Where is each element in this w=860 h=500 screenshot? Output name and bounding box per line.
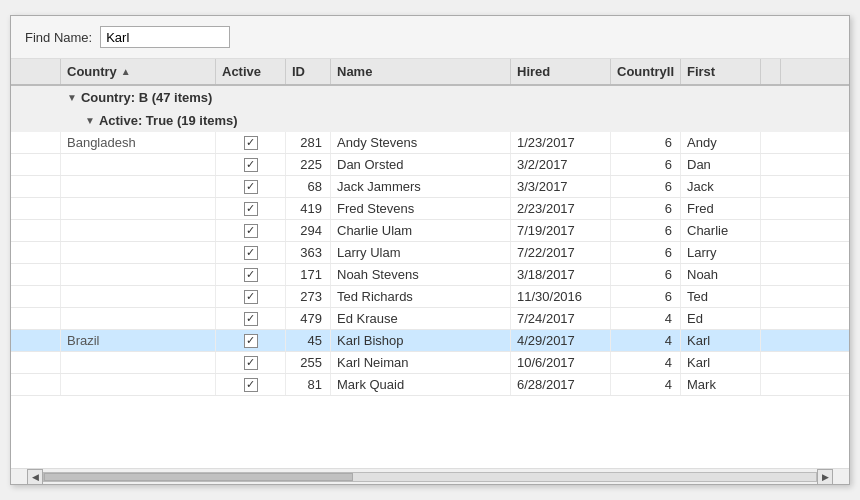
cell-hired: 7/24/2017 xyxy=(511,308,611,329)
cell-name[interactable]: Karl Neiman xyxy=(331,352,511,373)
scroll-track-horizontal[interactable] xyxy=(43,472,817,482)
checkbox-active[interactable] xyxy=(244,334,258,348)
cell-first: Mark xyxy=(681,374,761,395)
grid-body[interactable]: ▼ Country: B (47 items) ▼ Active: True (… xyxy=(11,86,849,468)
cell-active[interactable] xyxy=(216,330,286,351)
checkbox-active[interactable] xyxy=(244,246,258,260)
cell-first: Karl xyxy=(681,330,761,351)
cell-countryid: 4 xyxy=(611,352,681,373)
col-header-countryid[interactable]: CountryII xyxy=(611,59,681,84)
checkbox-active[interactable] xyxy=(244,356,258,370)
cell-countryid: 4 xyxy=(611,330,681,351)
table-row[interactable]: 171 Noah Stevens 3/18/2017 6 Noah xyxy=(11,264,849,286)
cell-first: Dan xyxy=(681,154,761,175)
table-row[interactable]: 225 Dan Orsted 3/2/2017 6 Dan xyxy=(11,154,849,176)
checkbox-active[interactable] xyxy=(244,136,258,150)
cell-expand xyxy=(11,308,61,329)
table-row[interactable]: Brazil 45 Karl Bishop 4/29/2017 4 Karl xyxy=(11,330,849,352)
cell-country: Bangladesh xyxy=(61,132,216,153)
scroll-left-button[interactable]: ◀ xyxy=(27,469,43,485)
checkbox-active[interactable] xyxy=(244,180,258,194)
col-header-active[interactable]: Active xyxy=(216,59,286,84)
cell-expand xyxy=(11,154,61,175)
table-row[interactable]: 255 Karl Neiman 10/6/2017 4 Karl xyxy=(11,352,849,374)
cell-country xyxy=(61,220,216,241)
cell-id: 281 xyxy=(286,132,331,153)
checkbox-active[interactable] xyxy=(244,312,258,326)
grid-container: Country ▲ Active ID Name Hired CountryII… xyxy=(11,59,849,484)
col-first-label: First xyxy=(687,64,715,79)
table-row[interactable]: 68 Jack Jammers 3/3/2017 6 Jack xyxy=(11,176,849,198)
cell-countryid: 6 xyxy=(611,154,681,175)
cell-active[interactable] xyxy=(216,352,286,373)
col-header-name[interactable]: Name xyxy=(331,59,511,84)
cell-name[interactable]: Mark Quaid xyxy=(331,374,511,395)
cell-first: Ed xyxy=(681,308,761,329)
cell-first: Noah xyxy=(681,264,761,285)
cell-active[interactable] xyxy=(216,264,286,285)
cell-name[interactable]: Dan Orsted xyxy=(331,154,511,175)
checkbox-active[interactable] xyxy=(244,268,258,282)
table-row[interactable]: 273 Ted Richards 11/30/2016 6 Ted xyxy=(11,286,849,308)
cell-active[interactable] xyxy=(216,286,286,307)
cell-name[interactable]: Ted Richards xyxy=(331,286,511,307)
cell-expand xyxy=(11,220,61,241)
cell-active[interactable] xyxy=(216,220,286,241)
cell-name[interactable]: Fred Stevens xyxy=(331,198,511,219)
scroll-thumb-horizontal[interactable] xyxy=(44,473,353,481)
cell-country xyxy=(61,198,216,219)
cell-name[interactable]: Larry Ulam xyxy=(331,242,511,263)
cell-name[interactable]: Charlie Ulam xyxy=(331,220,511,241)
cell-id: 81 xyxy=(286,374,331,395)
cell-active[interactable] xyxy=(216,176,286,197)
cell-active[interactable] xyxy=(216,374,286,395)
checkbox-active[interactable] xyxy=(244,202,258,216)
col-header-id[interactable]: ID xyxy=(286,59,331,84)
table-row[interactable]: 294 Charlie Ulam 7/19/2017 6 Charlie xyxy=(11,220,849,242)
collapse-active-icon: ▼ xyxy=(85,115,95,126)
group-row-active-true[interactable]: ▼ Active: True (19 items) xyxy=(11,109,849,132)
checkbox-active[interactable] xyxy=(244,378,258,392)
col-header-hired[interactable]: Hired xyxy=(511,59,611,84)
cell-name[interactable]: Jack Jammers xyxy=(331,176,511,197)
table-row[interactable]: 419 Fred Stevens 2/23/2017 6 Fred xyxy=(11,198,849,220)
cell-country xyxy=(61,176,216,197)
cell-expand xyxy=(11,330,61,351)
group-row-country-b[interactable]: ▼ Country: B (47 items) xyxy=(11,86,849,109)
cell-name[interactable]: Ed Krause xyxy=(331,308,511,329)
col-header-first[interactable]: First xyxy=(681,59,761,84)
find-label: Find Name: xyxy=(25,30,92,45)
checkbox-active[interactable] xyxy=(244,290,258,304)
table-row[interactable]: Bangladesh 281 Andy Stevens 1/23/2017 6 … xyxy=(11,132,849,154)
table-row[interactable]: 363 Larry Ulam 7/22/2017 6 Larry xyxy=(11,242,849,264)
cell-active[interactable] xyxy=(216,132,286,153)
cell-name[interactable]: Karl Bishop xyxy=(331,330,511,351)
col-header-empty xyxy=(11,59,61,84)
cell-countryid: 6 xyxy=(611,220,681,241)
horizontal-scrollbar[interactable]: ◀ ▶ xyxy=(11,468,849,484)
cell-first: Karl xyxy=(681,352,761,373)
cell-first: Jack xyxy=(681,176,761,197)
cell-hired: 7/22/2017 xyxy=(511,242,611,263)
checkbox-active[interactable] xyxy=(244,224,258,238)
cell-expand xyxy=(11,132,61,153)
scroll-right-button[interactable]: ▶ xyxy=(817,469,833,485)
cell-active[interactable] xyxy=(216,308,286,329)
collapse-icon: ▼ xyxy=(67,92,77,103)
cell-name[interactable]: Noah Stevens xyxy=(331,264,511,285)
cell-name[interactable]: Andy Stevens xyxy=(331,132,511,153)
col-header-country[interactable]: Country ▲ xyxy=(61,59,216,84)
cell-countryid: 6 xyxy=(611,242,681,263)
find-input[interactable] xyxy=(100,26,230,48)
cell-active[interactable] xyxy=(216,242,286,263)
col-hired-label: Hired xyxy=(517,64,550,79)
rows-container: Bangladesh 281 Andy Stevens 1/23/2017 6 … xyxy=(11,132,849,396)
cell-active[interactable] xyxy=(216,154,286,175)
table-row[interactable]: 479 Ed Krause 7/24/2017 4 Ed xyxy=(11,308,849,330)
cell-active[interactable] xyxy=(216,198,286,219)
checkbox-active[interactable] xyxy=(244,158,258,172)
table-row[interactable]: 81 Mark Quaid 6/28/2017 4 Mark xyxy=(11,374,849,396)
col-name-label: Name xyxy=(337,64,372,79)
main-window: Find Name: Country ▲ Active ID Name Hire… xyxy=(10,15,850,485)
cell-id: 68 xyxy=(286,176,331,197)
